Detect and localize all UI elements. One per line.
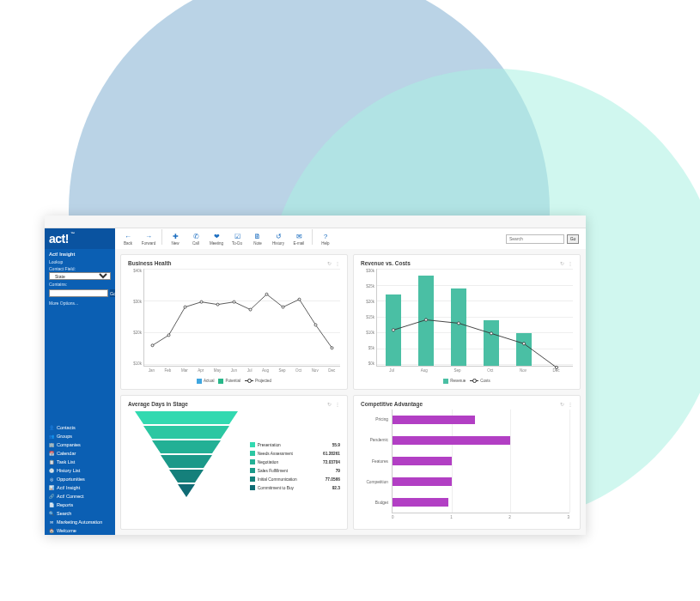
dashboard-content: ⚙ Business Health ↻ ⋮ $40k$30k$20k$10k bbox=[115, 249, 586, 535]
contains-label: Contains: bbox=[49, 282, 111, 287]
refresh-icon[interactable]: ↻ bbox=[327, 260, 332, 266]
sidebar-item-search[interactable]: 🔍Search bbox=[45, 509, 115, 518]
more-options-link[interactable]: More Options... bbox=[49, 300, 111, 306]
card-title: Average Days in Stage bbox=[128, 401, 188, 407]
svg-point-7 bbox=[265, 293, 268, 295]
automation-icon: ✉ bbox=[49, 519, 54, 525]
toolbar-label: Forward bbox=[142, 241, 156, 246]
toolbar-label: Help bbox=[321, 241, 329, 246]
svg-point-9 bbox=[298, 298, 301, 300]
refresh-icon[interactable]: ↻ bbox=[327, 401, 332, 407]
toolbar-label: Note bbox=[253, 241, 262, 246]
opportunities-icon: ◎ bbox=[49, 477, 54, 482]
more-icon[interactable]: ⋮ bbox=[335, 260, 340, 266]
sidebar-item-historylist[interactable]: 🕘History List bbox=[45, 466, 115, 475]
back-icon: ← bbox=[124, 232, 132, 240]
svg-point-5 bbox=[233, 300, 235, 303]
toolbar-new-button[interactable]: ✚New bbox=[166, 229, 185, 248]
sidebar-nav: 👤Contacts👥Groups🏢Companies📅Calendar📋Task… bbox=[45, 423, 115, 535]
contacts-icon: 👤 bbox=[49, 425, 54, 430]
sidebar-item-companies[interactable]: 🏢Companies bbox=[45, 440, 115, 449]
sidebar-item-label: Reports bbox=[57, 502, 73, 507]
email-icon: ✉ bbox=[295, 232, 303, 240]
svg-marker-19 bbox=[143, 426, 229, 439]
sidebar: act!™ Act! Insight Lookup Contact Field:… bbox=[45, 228, 115, 535]
contact-field-label: Contact Field: bbox=[49, 266, 111, 271]
toolbar-meeting-button[interactable]: ❤Meeting bbox=[207, 229, 226, 248]
svg-marker-21 bbox=[161, 455, 212, 468]
card-competitive: Competitive Advantage ↻ ⋮ PricingPandemi… bbox=[353, 395, 581, 531]
svg-point-6 bbox=[249, 308, 252, 311]
sidebar-item-contacts[interactable]: 👤Contacts bbox=[45, 423, 115, 432]
historylist-icon: 🕘 bbox=[49, 468, 54, 473]
svg-point-3 bbox=[200, 300, 203, 303]
sidebar-item-label: Welcome bbox=[57, 528, 76, 533]
business-health-chart: $40k$30k$20k$10k JanFebMarAprMayJunJulAu… bbox=[128, 269, 340, 377]
svg-point-10 bbox=[314, 324, 317, 326]
search-input[interactable] bbox=[506, 234, 564, 244]
card-title: Competitive Advantage bbox=[361, 401, 423, 407]
sidebar-item-reports[interactable]: 📄Reports bbox=[45, 501, 115, 509]
sidebar-item-opportunities[interactable]: ◎Opportunities bbox=[45, 475, 115, 483]
revenue-costs-chart: $30k$25k$20k$15k$10k$5k$0k JulAugSepOctN… bbox=[361, 269, 573, 377]
svg-marker-18 bbox=[135, 411, 238, 424]
toolbar: ←Back→Forward✚New✆Call❤Meeting☑To-Do🗎Not… bbox=[115, 228, 586, 249]
sidebar-item-label: Opportunities bbox=[57, 477, 85, 482]
toolbar-forward-button[interactable]: →Forward bbox=[139, 229, 158, 248]
toolbar-todo-button[interactable]: ☑To-Do bbox=[228, 229, 247, 248]
svg-point-2 bbox=[184, 306, 186, 308]
toolbar-call-button[interactable]: ✆Call bbox=[186, 229, 205, 248]
sidebar-item-calendar[interactable]: 📅Calendar bbox=[45, 449, 115, 458]
sidebar-item-welcome[interactable]: 🏠Welcome bbox=[45, 526, 115, 535]
sidebar-item-label: Companies bbox=[57, 442, 81, 447]
svg-point-11 bbox=[331, 347, 333, 349]
sidebar-item-label: Act! Insight bbox=[57, 485, 80, 490]
todo-icon: ☑ bbox=[233, 232, 241, 240]
sidebar-item-connect[interactable]: 🔗Act! Connect bbox=[45, 492, 115, 501]
svg-point-4 bbox=[216, 303, 219, 306]
card-avg-days: Average Days in Stage ↻ ⋮ Presentation55… bbox=[120, 395, 348, 531]
toolbar-label: Meeting bbox=[210, 241, 223, 246]
svg-point-14 bbox=[457, 322, 460, 325]
contact-field-select[interactable]: State bbox=[49, 272, 111, 280]
refresh-icon[interactable]: ↻ bbox=[560, 401, 564, 407]
sidebar-item-label: Marketing Automation bbox=[57, 519, 102, 525]
sidebar-item-label: Act! Connect bbox=[57, 494, 84, 499]
calendar-icon: 📅 bbox=[49, 451, 54, 456]
groups-icon: 👥 bbox=[49, 434, 54, 439]
svg-point-13 bbox=[424, 319, 427, 321]
more-icon[interactable]: ⋮ bbox=[568, 401, 573, 407]
sidebar-item-groups[interactable]: 👥Groups bbox=[45, 432, 115, 440]
card-business-health: Business Health ↻ ⋮ $40k$30k$20k$10k Jan… bbox=[120, 254, 348, 390]
connect-icon: 🔗 bbox=[49, 494, 54, 499]
svg-point-1 bbox=[167, 334, 170, 337]
competitive-chart: PricingPandemicFeaturesCompetitionBudget… bbox=[361, 410, 573, 525]
new-icon: ✚ bbox=[171, 232, 180, 240]
svg-point-15 bbox=[490, 332, 492, 335]
toolbar-back-button[interactable]: ←Back bbox=[119, 229, 137, 248]
sidebar-item-label: Contacts bbox=[57, 425, 76, 430]
welcome-icon: 🏠 bbox=[49, 528, 54, 533]
toolbar-history-button[interactable]: ↺History bbox=[269, 229, 288, 248]
more-icon[interactable]: ⋮ bbox=[335, 401, 340, 407]
contains-input[interactable] bbox=[49, 289, 108, 297]
tasklist-icon: 📋 bbox=[49, 459, 54, 464]
toolbar-label: Back bbox=[124, 241, 132, 246]
search-go-button[interactable]: Go bbox=[567, 234, 579, 244]
svg-point-16 bbox=[522, 343, 525, 345]
sidebar-item-automation[interactable]: ✉Marketing Automation bbox=[45, 518, 115, 526]
toolbar-help-button[interactable]: ?Help bbox=[316, 229, 335, 248]
more-icon[interactable]: ⋮ bbox=[568, 260, 573, 266]
reports-icon: 📄 bbox=[49, 502, 54, 507]
insight-icon: 📊 bbox=[49, 485, 54, 490]
sidebar-item-insight[interactable]: 📊Act! Insight bbox=[45, 483, 115, 492]
card-title: Business Health bbox=[128, 260, 172, 266]
refresh-icon[interactable]: ↻ bbox=[560, 260, 564, 266]
sidebar-item-tasklist[interactable]: 📋Task List bbox=[45, 458, 115, 466]
toolbar-note-button[interactable]: 🗎Note bbox=[248, 229, 267, 248]
toolbar-label: To-Do bbox=[232, 241, 242, 246]
toolbar-email-button[interactable]: ✉E-mail bbox=[289, 229, 308, 248]
svg-point-8 bbox=[282, 306, 284, 308]
svg-marker-22 bbox=[169, 470, 204, 483]
svg-marker-23 bbox=[178, 484, 195, 497]
